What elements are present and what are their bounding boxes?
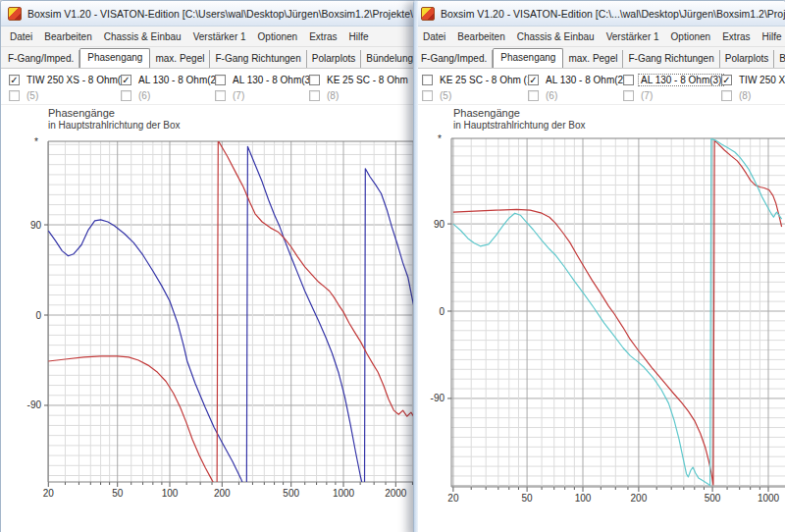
svg-text:*: * [438,133,442,144]
chart-area: Phasengänge in Hauptstrahlrichtung der B… [414,105,785,532]
driver-checkbox-ke-25-sc-8-ohm-1[interactable]: KE 25 SC - 8 Ohm (1) [422,73,538,86]
driver-checkbox-al-130-8-ohm-3[interactable]: AL 130 - 8 Ohm(3) [215,73,315,86]
menu-item-optionen[interactable]: Optionen [252,29,304,44]
menu-item-extras[interactable]: Extras [303,29,342,44]
checkbox-label: AL 130 - 8 Ohm(3) [639,75,723,85]
checkbox-box[interactable] [9,90,20,101]
checkbox-row-1: KE 25 SC - 8 Ohm (1)✓AL 130 - 8 Ohm(2)AL… [414,73,785,86]
checkbox-box[interactable] [721,90,732,101]
svg-text:100: 100 [162,488,179,499]
checkbox-row-2: (5)(6)(7)(8) [1,88,425,102]
checkbox-box[interactable] [309,90,320,101]
menubar: DateiBearbeitenChassis & EinbauVerstärke… [1,27,425,47]
driver-checkbox-8[interactable]: (8) [721,88,753,102]
tab-f-gang-imped[interactable]: F-Gang/Imped. [3,50,79,68]
checkbox-box[interactable] [422,75,433,85]
checkbox-label: AL 130 - 8 Ohm(2) [544,75,628,85]
window-left-border [414,1,418,532]
checkbox-label: TIW 250 XS [737,75,785,85]
tab-f-gang-richtungen[interactable]: F-Gang Richtungen [623,50,719,68]
menu-item-verstärker-1[interactable]: Verstärker 1 [187,29,252,44]
svg-text:-90: -90 [27,399,42,410]
svg-text:2000: 2000 [385,488,407,499]
driver-checkbox-5[interactable]: (5) [9,88,40,102]
checkbox-box[interactable] [215,75,226,85]
titlebar[interactable]: Boxsim V1.20 - VISATON-Edition [C:\...\w… [414,1,785,27]
menu-item-bearbeiten[interactable]: Bearbeiten [451,29,510,44]
menu-item-hilfe[interactable]: Hilfe [757,29,785,44]
tab-f-gang-richtungen[interactable]: F-Gang Richtungen [210,50,306,68]
menu-item-bearbeiten[interactable]: Bearbeiten [38,29,97,44]
driver-checkbox-al-130-8-ohm-2[interactable]: ✓AL 130 - 8 Ohm(2) [528,73,628,86]
svg-text:100: 100 [575,493,592,504]
svg-text:1000: 1000 [758,493,780,504]
checkbox-label: (8) [325,90,340,101]
driver-checkbox-al-130-8-ohm-2[interactable]: ✓AL 130 - 8 Ohm(2) [121,73,221,86]
checkbox-box[interactable] [121,90,131,101]
driver-checkbox-7[interactable]: (7) [215,88,246,102]
driver-checkbox-8[interactable]: (8) [309,88,340,102]
driver-checkbox-tiw-250-xs[interactable]: ✓TIW 250 XS [721,73,785,86]
checkbox-label: (7) [231,90,246,101]
phase-plot: 900-90*20501002005001000 [414,105,785,532]
menu-item-chassis-einbau[interactable]: Chassis & Einbau [511,29,601,44]
boxsim-app-icon [8,7,22,21]
menu-item-datei[interactable]: Datei [417,29,451,44]
titlebar[interactable]: Boxsim V1.20 - VISATON-Edition [C:\Users… [1,1,425,27]
checkbox-box[interactable] [309,75,320,85]
phase-plot: 900-90*205010020050010002000 [1,105,426,532]
tab-f-gang-imped[interactable]: F-Gang/Imped. [416,50,493,68]
checkbox-label: TIW 250 XS - 8 Ohm(1) [25,75,131,85]
driver-checkbox-6[interactable]: (6) [528,88,559,102]
svg-text:500: 500 [283,488,299,499]
checkbox-label: (5) [438,90,453,101]
tab-bündelung[interactable]: Bündelung [774,50,785,68]
tab-max-pegel[interactable]: max. Pegel [563,50,623,68]
menu-item-verstärker-1[interactable]: Verstärker 1 [601,29,665,44]
tab-polarplots[interactable]: Polarplots [307,50,361,68]
svg-text:200: 200 [631,493,648,504]
driver-checkbox-6[interactable]: (6) [121,88,152,102]
checkbox-box[interactable]: ✓ [721,75,732,85]
menu-item-datei[interactable]: Datei [4,29,38,44]
checkbox-label: (7) [639,90,654,101]
svg-text:50: 50 [522,493,534,504]
checkbox-label: (6) [544,90,559,101]
checkbox-row-2: (5)(6)(7)(8) [414,88,785,102]
svg-text:20: 20 [447,493,459,504]
boxsim-window-front: Boxsim V1.20 - VISATON-Edition [C:\...\w… [413,0,785,532]
driver-checkbox-panel: KE 25 SC - 8 Ohm (1)✓AL 130 - 8 Ohm(2)AL… [414,69,785,105]
checkbox-box[interactable] [528,90,539,101]
menu-item-extras[interactable]: Extras [716,29,756,44]
svg-text:90: 90 [434,219,445,230]
tab-bündelung[interactable]: Bündelung [361,50,419,68]
tab-max-pegel[interactable]: max. Pegel [150,50,210,68]
driver-checkbox-5[interactable]: (5) [422,88,453,102]
checkbox-label: KE 25 SC - 8 Ohm [325,75,410,85]
driver-checkbox-tiw-250-xs-8-ohm-1[interactable]: ✓TIW 250 XS - 8 Ohm(1) [9,73,131,86]
tab-polarplots[interactable]: Polarplots [720,50,774,68]
tab-phasengang[interactable]: Phasengang [79,48,150,69]
checkbox-label: AL 130 - 8 Ohm(2) [136,75,221,85]
checkbox-row-1: ✓TIW 250 XS - 8 Ohm(1)✓AL 130 - 8 Ohm(2)… [1,73,425,86]
checkbox-box[interactable] [623,75,634,85]
tab-phasengang[interactable]: Phasengang [493,48,563,69]
checkbox-box[interactable]: ✓ [9,75,20,85]
driver-checkbox-ke-25-sc-8-ohm[interactable]: KE 25 SC - 8 Ohm [309,73,410,86]
svg-text:-90: -90 [431,393,445,403]
checkbox-box[interactable] [215,90,226,101]
driver-checkbox-7[interactable]: (7) [623,88,654,102]
svg-text:90: 90 [30,220,42,231]
checkbox-label: (8) [737,90,753,101]
checkbox-label: (5) [25,90,40,101]
menu-item-optionen[interactable]: Optionen [665,29,717,44]
menu-item-chassis-einbau[interactable]: Chassis & Einbau [98,29,187,44]
chart-area: Phasengänge in Hauptstrahlrichtung der B… [1,105,425,532]
checkbox-box[interactable] [422,90,433,101]
checkbox-box[interactable] [623,90,634,101]
checkbox-box[interactable]: ✓ [528,75,539,85]
driver-checkbox-panel: ✓TIW 250 XS - 8 Ohm(1)✓AL 130 - 8 Ohm(2)… [1,69,425,105]
driver-checkbox-al-130-8-ohm-3[interactable]: AL 130 - 8 Ohm(3) [623,73,723,86]
menu-item-hilfe[interactable]: Hilfe [343,29,375,44]
checkbox-box[interactable]: ✓ [121,75,131,85]
